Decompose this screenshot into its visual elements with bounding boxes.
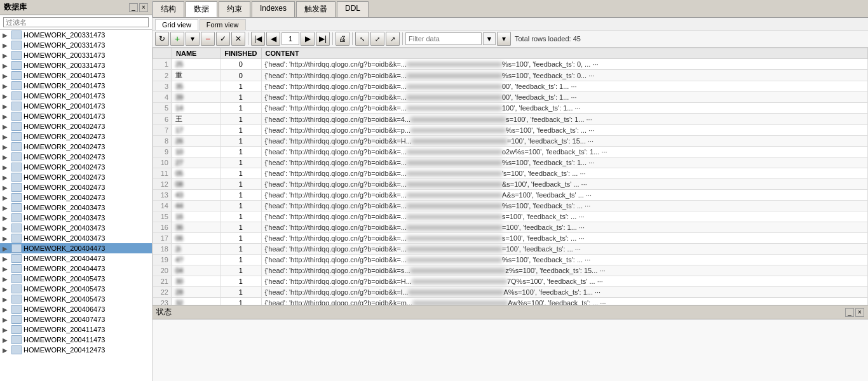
tree-item[interactable]: ▶HOMEWORK_200401473 (0, 111, 152, 121)
cell-finished[interactable]: 1 (220, 190, 261, 201)
table-row[interactable]: 10 27 1 {'head': 'http://thirdqq.qlogo.c… (153, 157, 868, 168)
table-row[interactable]: 1 25 0 {'head': 'http://thirdqq.qlogo.cn… (153, 59, 868, 70)
cell-content[interactable]: {'head': 'http://thirdqq.qlogo.cn/g?b=oi… (261, 287, 867, 298)
cell-content[interactable]: {'head': 'http://thirdqq.qlogo.cn/g?b=oi… (261, 92, 867, 103)
cell-name[interactable]: 16 (172, 211, 220, 222)
cell-finished[interactable]: 1 (220, 222, 261, 233)
cell-name[interactable]: 35 (172, 81, 220, 92)
cell-name[interactable]: 06 (172, 233, 220, 244)
tree-item[interactable]: ▶HOMEWORK_200412473 (0, 345, 152, 355)
cell-name[interactable]: 重 (172, 70, 220, 81)
tree-item[interactable]: ▶HOMEWORK_200402473 (0, 192, 152, 203)
status-close-button[interactable]: × (855, 308, 864, 317)
tree-item[interactable]: ▶HOMEWORK_200402473 (0, 182, 152, 192)
cell-name[interactable]: 2i (172, 244, 220, 255)
cell-content[interactable]: {'head': 'http://thirdqq.qlogo.cn/g?b=oi… (261, 157, 867, 168)
cell-content[interactable]: {'head': 'http://thirdqq.qlogo.cn/g?b=oi… (261, 114, 867, 125)
collapse-button[interactable]: ⤢ (370, 32, 384, 46)
table-row[interactable]: 15 16 1 {'head': 'http://thirdqq.qlogo.c… (153, 211, 868, 222)
tree-item[interactable]: ▶HOMEWORK_200401473 (0, 81, 152, 91)
cell-content[interactable]: {'head': 'http://thirdqq.qlogo.cn/g?b=oi… (261, 298, 867, 305)
cell-name[interactable]: 39 (172, 92, 220, 103)
cell-name[interactable]: 28 (172, 287, 220, 298)
cell-name[interactable]: 17 (172, 125, 220, 136)
table-row[interactable]: 12 08 1 {'head': 'http://thirdqq.qlogo.c… (153, 179, 868, 190)
delete-row-button[interactable]: − (201, 32, 215, 46)
table-row[interactable]: 21 30 1 {'head': 'http://thirdqq.qlogo.c… (153, 276, 868, 287)
cell-name[interactable]: 08 (172, 179, 220, 190)
refresh-button[interactable]: ↻ (155, 32, 169, 46)
cell-name[interactable]: 43 (172, 190, 220, 201)
cell-name[interactable]: 05 (172, 168, 220, 179)
cell-finished[interactable]: 1 (220, 114, 261, 125)
cell-content[interactable]: {'head': 'http://thirdqq.qlogo.cn/g?b=oi… (261, 211, 867, 222)
cell-finished[interactable]: 1 (220, 168, 261, 179)
top-tab-触发器[interactable]: 触发器 (296, 1, 336, 17)
status-minimize-button[interactable]: _ (845, 308, 854, 317)
tree-item[interactable]: ▶HOMEWORK_200401473 (0, 70, 152, 81)
cell-finished[interactable]: 1 (220, 276, 261, 287)
cell-content[interactable]: {'head': 'http://thirdqq.qlogo.cn/g?b=oi… (261, 81, 867, 92)
table-row[interactable]: 5 14 1 {'head': 'http://thirdqq.qlogo.cn… (153, 103, 868, 114)
cell-finished[interactable]: 1 (220, 179, 261, 190)
cell-name[interactable]: 26 (172, 136, 220, 147)
add-row-dropdown-button[interactable]: ▾ (186, 32, 200, 46)
table-row[interactable]: 2 重 0 {'head': 'http://thirdqq.qlogo.cn/… (153, 70, 868, 81)
cell-name[interactable]: 36 (172, 222, 220, 233)
tree-item[interactable]: ▶HOMEWORK_200402473 (0, 152, 152, 162)
cell-content[interactable]: {'head': 'http://thirdqq.qlogo.cn/g?b=oi… (261, 59, 867, 70)
table-row[interactable]: 18 2i 1 {'head': 'http://thirdqq.qlogo.c… (153, 244, 868, 255)
tree-item[interactable]: ▶HOMEWORK_200401473 (0, 91, 152, 101)
cell-name[interactable]: 25 (172, 59, 220, 70)
cell-finished[interactable]: 1 (220, 244, 261, 255)
tree-item[interactable]: ▶HOMEWORK_200402473 (0, 142, 152, 152)
table-row[interactable]: 17 06 1 {'head': 'http://thirdqq.qlogo.c… (153, 233, 868, 244)
add-row-button[interactable]: + (170, 32, 184, 46)
table-row[interactable]: 20 04 1 {'head': 'http://thirdqq.qlogo.c… (153, 265, 868, 276)
panel-minimize-button[interactable]: _ (129, 3, 138, 12)
top-tab-结构[interactable]: 结构 (153, 1, 184, 17)
cell-name[interactable]: 王 (172, 114, 220, 125)
tree-item[interactable]: ▶HOMEWORK_200404473 (0, 253, 152, 264)
cell-finished[interactable]: 1 (220, 298, 261, 305)
table-row[interactable]: 8 26 1 {'head': 'http://thirdqq.qlogo.cn… (153, 136, 868, 147)
sub-tab-form-view[interactable]: Form view (200, 19, 246, 30)
col-finished-header[interactable]: FINISHED (220, 48, 261, 59)
tree-item[interactable]: ▶HOMEWORK_200405473 (0, 294, 152, 304)
filter-options-button[interactable]: ▾ (497, 32, 511, 46)
cell-finished[interactable]: 1 (220, 103, 261, 114)
cell-finished[interactable]: 0 (220, 70, 261, 81)
tree-item[interactable]: ▶HOMEWORK_200405473 (0, 284, 152, 294)
table-row[interactable]: 9 10 1 {'head': 'http://thirdqq.qlogo.cn… (153, 147, 868, 157)
cell-name[interactable]: 14 (172, 103, 220, 114)
table-row[interactable]: 3 35 1 {'head': 'http://thirdqq.qlogo.cn… (153, 81, 868, 92)
cell-content[interactable]: {'head': 'http://thirdqq.qlogo.cn/g?b=oi… (261, 255, 867, 265)
db-filter-input[interactable] (3, 17, 149, 27)
cell-finished[interactable]: 1 (220, 136, 261, 147)
tree-item[interactable]: ▶HOMEWORK_200405473 (0, 274, 152, 284)
tree-item[interactable]: ▶HOMEWORK_200403473 (0, 223, 152, 233)
cell-content[interactable]: {'head': 'http://thirdqq.qlogo.cn/g?b=oi… (261, 136, 867, 147)
table-row[interactable]: 19 4? 1 {'head': 'http://thirdqq.qlogo.c… (153, 255, 868, 265)
top-tab-Indexes[interactable]: Indexes (252, 1, 295, 17)
tree-item[interactable]: ▶HOMEWORK_200401473 (0, 101, 152, 111)
print-button[interactable]: 🖨 (336, 32, 349, 46)
cell-content[interactable]: {'head': 'http://thirdqq.qlogo.cn/g?b=oi… (261, 265, 867, 276)
cell-finished[interactable]: 1 (220, 201, 261, 211)
cell-name[interactable]: 30 (172, 276, 220, 287)
tree-item[interactable]: ▶HOMEWORK_200403473 (0, 233, 152, 243)
tree-item[interactable]: ▶HOMEWORK_200402473 (0, 121, 152, 131)
cancel-button[interactable]: ✕ (231, 32, 245, 46)
table-row[interactable]: 6 王 1 {'head': 'http://thirdqq.qlogo.cn/… (153, 114, 868, 125)
table-row[interactable]: 4 39 1 {'head': 'http://thirdqq.qlogo.cn… (153, 92, 868, 103)
cell-content[interactable]: {'head': 'http://thirdqq.qlogo.cn/g?b=oi… (261, 179, 867, 190)
cell-name[interactable]: 32 (172, 298, 220, 305)
cell-finished[interactable]: 1 (220, 255, 261, 265)
confirm-button[interactable]: ✓ (216, 32, 230, 46)
table-row[interactable]: 13 43 1 {'head': 'http://thirdqq.qlogo.c… (153, 190, 868, 201)
cell-name[interactable]: 4? (172, 255, 220, 265)
cell-finished[interactable]: 1 (220, 157, 261, 168)
tree-item[interactable]: ▶HOMEWORK_200404473 (0, 264, 152, 274)
cell-content[interactable]: {'head': 'http://thirdqq.qlogo.cn/g?b=oi… (261, 147, 867, 157)
cell-finished[interactable]: 1 (220, 125, 261, 136)
